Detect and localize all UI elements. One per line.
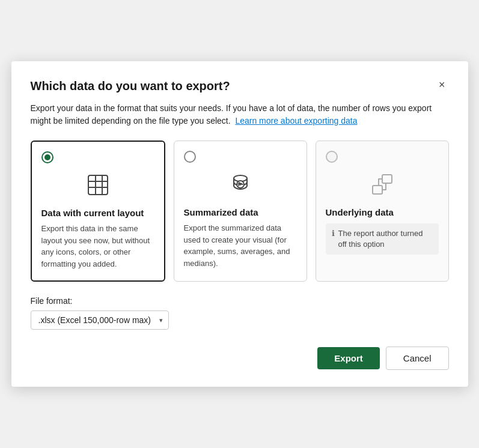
summarized-icon bbox=[184, 169, 297, 200]
radio-layout[interactable] bbox=[41, 151, 53, 163]
export-button[interactable]: Export bbox=[317, 347, 380, 369]
cancel-button[interactable]: Cancel bbox=[386, 347, 449, 370]
file-format-section: File format: .xlsx (Excel 150,000-row ma… bbox=[31, 296, 449, 330]
svg-rect-0 bbox=[88, 175, 108, 195]
option-label-layout: Data with current layout bbox=[41, 208, 154, 218]
option-card-summarized[interactable]: Summarized data Export the summarized da… bbox=[174, 141, 307, 282]
info-icon: ℹ bbox=[332, 229, 335, 238]
disabled-notice: ℹ The report author turned off this opti… bbox=[326, 223, 439, 255]
option-card-underlying: Underlying data ℹ The report author turn… bbox=[316, 141, 449, 282]
dialog-footer: Export Cancel bbox=[31, 347, 449, 370]
radio-summarized[interactable] bbox=[184, 151, 196, 163]
svg-rect-8 bbox=[382, 175, 392, 183]
option-label-underlying: Underlying data bbox=[326, 207, 439, 217]
export-dialog: Which data do you want to export? × Expo… bbox=[11, 61, 468, 387]
svg-rect-9 bbox=[373, 186, 382, 194]
dialog-description: Export your data in the format that suit… bbox=[31, 102, 449, 127]
layout-icon bbox=[41, 169, 154, 201]
underlying-icon bbox=[326, 169, 439, 200]
radio-dot-layout bbox=[44, 154, 50, 160]
file-format-select[interactable]: .xlsx (Excel 150,000-row max) .csv bbox=[31, 310, 169, 330]
option-card-layout[interactable]: Data with current layout Export this dat… bbox=[31, 141, 165, 282]
file-format-label: File format: bbox=[31, 296, 449, 306]
file-format-select-wrapper: .xlsx (Excel 150,000-row max) .csv ▾ bbox=[31, 310, 169, 330]
close-button[interactable]: × bbox=[435, 78, 449, 91]
radio-row-layout bbox=[41, 151, 154, 163]
radio-row-underlying bbox=[326, 151, 439, 163]
disabled-notice-text: The report author turned off this option bbox=[338, 228, 433, 250]
option-label-summarized: Summarized data bbox=[184, 207, 297, 217]
option-desc-summarized: Export the summarized data used to creat… bbox=[184, 222, 297, 269]
dialog-title: Which data do you want to export? bbox=[31, 78, 230, 94]
dialog-header: Which data do you want to export? × bbox=[31, 78, 449, 94]
radio-underlying bbox=[326, 151, 338, 163]
radio-row-summarized bbox=[184, 151, 297, 163]
option-desc-layout: Export this data in the same layout you … bbox=[41, 223, 154, 270]
options-row: Data with current layout Export this dat… bbox=[31, 141, 449, 282]
learn-more-link[interactable]: Learn more about exporting data bbox=[235, 116, 357, 126]
